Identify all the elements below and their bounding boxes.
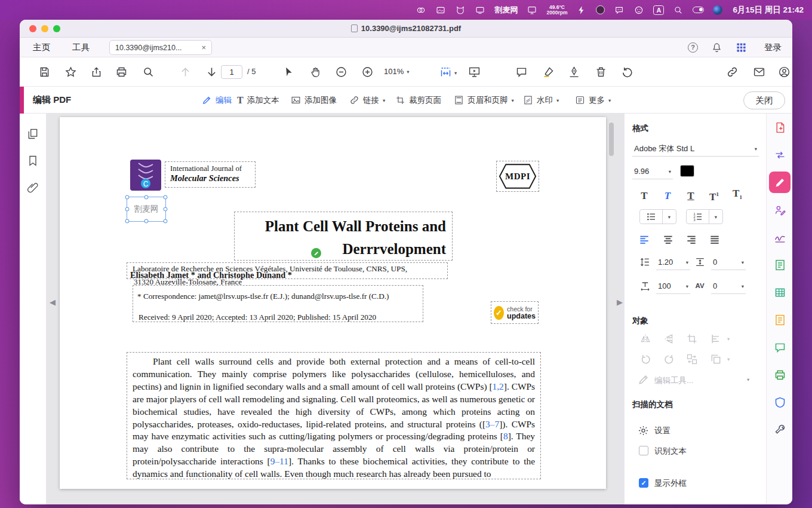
display-icon[interactable]: [527, 5, 537, 16]
underline-button[interactable]: T: [682, 188, 699, 203]
attachments-icon[interactable]: [27, 182, 40, 195]
align-left-button[interactable]: [636, 232, 653, 247]
comments-icon[interactable]: [769, 336, 791, 358]
photos-icon[interactable]: [435, 5, 446, 16]
esign-icon[interactable]: [769, 199, 791, 221]
power-bolt-icon[interactable]: [576, 5, 587, 16]
trash-icon[interactable]: [593, 64, 609, 80]
apps-grid-icon[interactable]: [736, 38, 748, 57]
menubar-datetime[interactable]: 6月15日 周日 21:42: [733, 5, 804, 16]
rotate-right-button[interactable]: [661, 351, 678, 367]
selection-handle[interactable]: [164, 219, 168, 224]
batch-print-icon[interactable]: [769, 364, 791, 385]
replace-object-button[interactable]: [684, 351, 700, 367]
add-image-button[interactable]: 添加图像: [291, 87, 337, 114]
selection-handle[interactable]: [144, 195, 149, 200]
toolkit-wrench-icon[interactable]: [769, 419, 791, 440]
journal-logo-image[interactable]: C: [130, 160, 161, 191]
chevron-down-icon[interactable]: ▾: [663, 210, 676, 224]
chevron-down-icon[interactable]: ▾: [727, 336, 730, 342]
account-icon[interactable]: [776, 64, 792, 80]
font-color-swatch[interactable]: [680, 165, 694, 177]
pdf-page[interactable]: C International Journal of Molecular Sci…: [60, 117, 606, 489]
align-right-button[interactable]: [683, 232, 700, 247]
tab-tools[interactable]: 工具: [72, 38, 90, 57]
numbered-list-group[interactable]: ▾: [686, 209, 723, 224]
chevron-down-icon[interactable]: ▾: [727, 356, 730, 362]
watermark-button[interactable]: 水印▾: [523, 87, 559, 114]
convert-pdf-icon[interactable]: [769, 144, 791, 166]
selected-watermark-element[interactable]: 割麦网: [127, 197, 166, 222]
form-icon[interactable]: [769, 254, 791, 276]
browser-app-icon[interactable]: [713, 5, 722, 15]
tab-close-icon[interactable]: ×: [201, 43, 206, 52]
flip-vertical-button[interactable]: [661, 331, 678, 347]
notifications-bell-icon[interactable]: [711, 38, 723, 57]
selection-handle[interactable]: [164, 195, 168, 200]
flip-horizontal-button[interactable]: [637, 331, 654, 347]
scrollbar-track[interactable]: [609, 114, 614, 504]
annotate-doc-icon[interactable]: [769, 309, 791, 330]
kerning-dropdown[interactable]: 0 ▾: [711, 279, 746, 294]
search-icon[interactable]: [140, 64, 156, 80]
select-tool-icon[interactable]: [281, 64, 297, 80]
edit-tools-label[interactable]: 编辑工具...: [654, 375, 693, 386]
help-button[interactable]: ?: [688, 38, 698, 57]
show-outline-checkbox[interactable]: ✓: [639, 478, 648, 488]
smiley-icon[interactable]: [633, 5, 644, 16]
share-link-icon[interactable]: [724, 64, 740, 80]
rings-icon[interactable]: [416, 5, 426, 16]
tab-document[interactable]: 10.3390@ijms210... ×: [109, 40, 212, 55]
duplicate-object-button[interactable]: [708, 351, 724, 367]
menubar-app-text[interactable]: 割麦网: [494, 5, 518, 16]
temperature-status[interactable]: 49.6°C 2000rpm: [546, 5, 567, 16]
crop-pages-button[interactable]: 裁剪页面: [395, 87, 441, 114]
bold-button[interactable]: T: [636, 188, 653, 203]
article-title-block[interactable]: Plant Cell Wall Proteins and Derrrvelopm…: [234, 212, 453, 261]
font-family-dropdown[interactable]: Adobe 宋体 Std L ▾: [632, 141, 759, 157]
login-button[interactable]: 登录: [764, 38, 782, 57]
link-button[interactable]: 链接▾: [349, 87, 385, 114]
crop-object-button[interactable]: [684, 331, 700, 347]
settings-label[interactable]: 设置: [654, 426, 670, 436]
page-number-input[interactable]: [221, 65, 242, 79]
save-icon[interactable]: [36, 64, 53, 80]
next-page-arrow[interactable]: ▶: [617, 298, 623, 307]
undo-rotate-icon[interactable]: [619, 64, 635, 80]
zoom-out-icon[interactable]: [333, 64, 349, 80]
tab-home[interactable]: 主页: [33, 38, 50, 57]
camera-icon[interactable]: [596, 5, 605, 14]
publisher-logo-block[interactable]: MDPI: [496, 161, 539, 192]
journal-name-block[interactable]: International Journal of Molecular Scien…: [165, 161, 256, 188]
char-scale-dropdown[interactable]: 100 ▾: [656, 279, 690, 294]
numbered-list-icon[interactable]: [687, 210, 709, 224]
wechat-icon[interactable]: [614, 5, 625, 16]
abstract-block[interactable]: Plant cell walls surround cells and prov…: [127, 352, 541, 479]
recognize-text-checkbox[interactable]: [639, 446, 648, 455]
selection-handle[interactable]: [125, 195, 130, 200]
page-thumbnails-icon[interactable]: [27, 128, 40, 141]
rotate-left-button[interactable]: [637, 351, 654, 367]
more-button[interactable]: 更多▾: [575, 87, 611, 114]
control-center-icon[interactable]: [693, 7, 704, 13]
check-updates-badge[interactable]: ✓ check for updates: [491, 301, 539, 324]
bookmarks-icon[interactable]: [27, 155, 40, 168]
print-icon[interactable]: [113, 64, 130, 80]
presentation-mode-icon[interactable]: [466, 64, 482, 80]
favorite-star-icon[interactable]: [63, 64, 79, 80]
superscript-button[interactable]: T1: [706, 188, 722, 203]
hand-tool-icon[interactable]: [307, 64, 324, 80]
zoom-window-button[interactable]: [53, 25, 60, 32]
align-center-button[interactable]: [660, 232, 676, 247]
input-method-indicator[interactable]: A: [653, 5, 664, 15]
protect-shield-icon[interactable]: [769, 391, 791, 413]
share-icon[interactable]: [88, 64, 104, 80]
align-objects-button[interactable]: [708, 331, 724, 347]
spotlight-search-icon[interactable]: [673, 5, 684, 16]
chevron-down-icon[interactable]: ▾: [747, 377, 749, 382]
align-justify-button[interactable]: [706, 232, 723, 247]
table-extract-icon[interactable]: [769, 281, 791, 303]
line-spacing-dropdown[interactable]: 1.20 ▾: [656, 255, 690, 270]
selection-handle[interactable]: [144, 219, 149, 224]
bullet-list-group[interactable]: ▾: [639, 209, 676, 224]
